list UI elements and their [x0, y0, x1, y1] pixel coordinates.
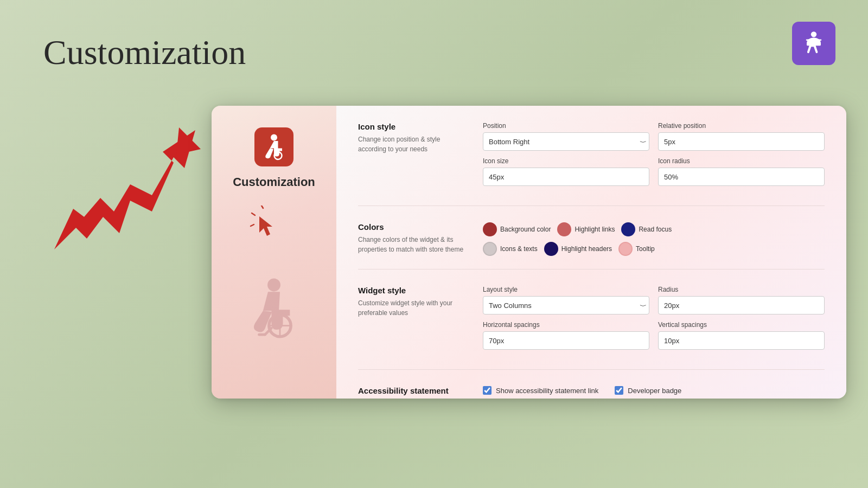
position-select-wrapper: Bottom Right Bottom Left Top Right Top L…	[483, 132, 649, 151]
color-highlight-headers[interactable]: Highlight headers	[544, 242, 612, 256]
relative-position-input[interactable]	[658, 132, 825, 151]
position-select[interactable]: Bottom Right Bottom Left Top Right Top L…	[483, 132, 649, 151]
icon-radius-label: Icon radius	[658, 157, 825, 165]
color-background[interactable]: Background color	[483, 222, 551, 236]
a11y-fields: Show accessibility statement link Develo…	[483, 386, 825, 399]
h-spacings-label: Horizontal spacings	[483, 321, 649, 329]
colors-title: Colors	[358, 222, 467, 232]
accessibility-symbol	[800, 29, 828, 57]
v-spacings-input[interactable]	[658, 331, 825, 350]
color-read-focus[interactable]: Read focus	[621, 222, 672, 236]
h-spacings-group: Horizontal spacings	[483, 321, 649, 350]
background-color-dot	[483, 222, 497, 236]
background-color-label: Background color	[500, 226, 551, 233]
colors-desc: Change colors of the widget & its proper…	[358, 235, 467, 254]
icons-texts-label: Icons & texts	[500, 245, 538, 253]
developer-badge-checkbox-item[interactable]: Developer badge	[615, 386, 681, 395]
highlight-headers-label: Highlight headers	[561, 245, 612, 253]
position-label: Position	[483, 122, 649, 130]
left-panel: Customization	[212, 106, 336, 399]
show-statement-label: Show accessibility statement link	[496, 387, 598, 395]
icon-style-section-left: Icon style Change icon position & style …	[358, 122, 467, 192]
developer-badge-label: Developer badge	[628, 387, 681, 395]
page-title: Customization	[43, 33, 246, 73]
svg-line-6	[252, 213, 255, 215]
svg-point-0	[811, 31, 816, 37]
radius-group: Radius	[658, 286, 825, 314]
read-focus-dot	[621, 222, 635, 236]
svg-line-5	[261, 206, 263, 208]
color-highlight-links[interactable]: Highlight links	[557, 222, 615, 236]
app-icon-box	[254, 127, 293, 166]
cursor-icon	[250, 206, 282, 238]
widget-style-desc: Customize widget style with your prefera…	[358, 298, 467, 318]
color-swatches-row2: Icons & texts Highlight headers Tooltip	[483, 242, 825, 256]
highlight-headers-dot	[544, 242, 558, 256]
radius-input[interactable]	[658, 296, 825, 314]
wheelchair-icon-small	[260, 133, 288, 160]
icon-size-input[interactable]	[483, 168, 649, 186]
icons-texts-dot	[483, 242, 497, 256]
v-spacings-label: Vertical spacings	[658, 321, 825, 329]
position-row: Position Bottom Right Bottom Left Top Ri…	[483, 122, 825, 151]
a11y-title: Accessibility statement	[358, 386, 467, 395]
svg-line-7	[251, 224, 254, 226]
colors-section: Colors Change colors of the widget & its…	[358, 222, 825, 269]
layout-style-group: Layout style Two Columns One Column Thre…	[483, 286, 649, 314]
growth-chart	[33, 108, 206, 282]
show-statement-checkbox[interactable]	[483, 386, 492, 395]
layout-style-label: Layout style	[483, 286, 649, 293]
icon-size-row: Icon size Icon radius	[483, 157, 825, 186]
icon-style-fields: Position Bottom Right Bottom Left Top Ri…	[483, 122, 825, 192]
icon-style-title: Icon style	[358, 122, 467, 131]
a11y-checkbox-row: Show accessibility statement link Develo…	[483, 386, 825, 395]
read-focus-label: Read focus	[639, 226, 672, 233]
widget-style-section: Widget style Customize widget style with…	[358, 286, 825, 370]
v-spacings-group: Vertical spacings	[658, 321, 825, 350]
relative-position-group: Relative position	[658, 122, 825, 151]
left-panel-title: Customization	[233, 175, 315, 189]
color-swatches: Background color Highlight links Read fo…	[483, 222, 825, 236]
tooltip-dot	[618, 242, 633, 256]
colors-swatches-container: Background color Highlight links Read fo…	[483, 222, 825, 256]
svg-point-3	[271, 134, 277, 141]
icon-style-desc: Change icon position & style according t…	[358, 134, 467, 154]
color-tooltip[interactable]: Tooltip	[618, 242, 655, 256]
a11y-section-left: Accessibility statement Set your custom …	[358, 386, 467, 399]
developer-badge-checkbox[interactable]	[615, 386, 623, 395]
highlight-links-label: Highlight links	[575, 226, 615, 233]
main-panel: Icon style Change icon position & style …	[336, 106, 846, 399]
widget-style-title: Widget style	[358, 286, 467, 295]
icon-style-section: Icon style Change icon position & style …	[358, 122, 825, 206]
widget-style-fields: Layout style Two Columns One Column Thre…	[483, 286, 825, 356]
tooltip-label: Tooltip	[636, 245, 655, 253]
icon-radius-input[interactable]	[658, 168, 825, 186]
layout-style-select-wrapper: Two Columns One Column Three Columns	[483, 296, 649, 314]
position-group: Position Bottom Right Bottom Left Top Ri…	[483, 122, 649, 151]
svg-point-8	[267, 279, 280, 292]
radius-label: Radius	[658, 286, 825, 293]
highlight-links-dot	[557, 222, 571, 236]
top-right-accessibility-icon	[792, 22, 835, 65]
accessibility-statement-section: Accessibility statement Set your custom …	[358, 386, 825, 399]
h-spacings-input[interactable]	[483, 331, 649, 350]
widget-style-section-left: Widget style Customize widget style with…	[358, 286, 467, 356]
icon-size-group: Icon size	[483, 157, 649, 186]
svg-marker-2	[176, 127, 201, 155]
icon-radius-group: Icon radius	[658, 157, 825, 186]
layout-style-select[interactable]: Two Columns One Column Three Columns	[483, 296, 649, 314]
relative-position-label: Relative position	[658, 122, 825, 130]
colors-section-left: Colors Change colors of the widget & its…	[358, 222, 467, 256]
spacings-row: Horizontal spacings Vertical spacings	[483, 321, 825, 350]
layout-row: Layout style Two Columns One Column Thre…	[483, 286, 825, 314]
wheelchair-icon-large	[244, 276, 304, 336]
color-icons-texts[interactable]: Icons & texts	[483, 242, 538, 256]
icon-size-label: Icon size	[483, 157, 649, 165]
show-statement-checkbox-item[interactable]: Show accessibility statement link	[483, 386, 598, 395]
